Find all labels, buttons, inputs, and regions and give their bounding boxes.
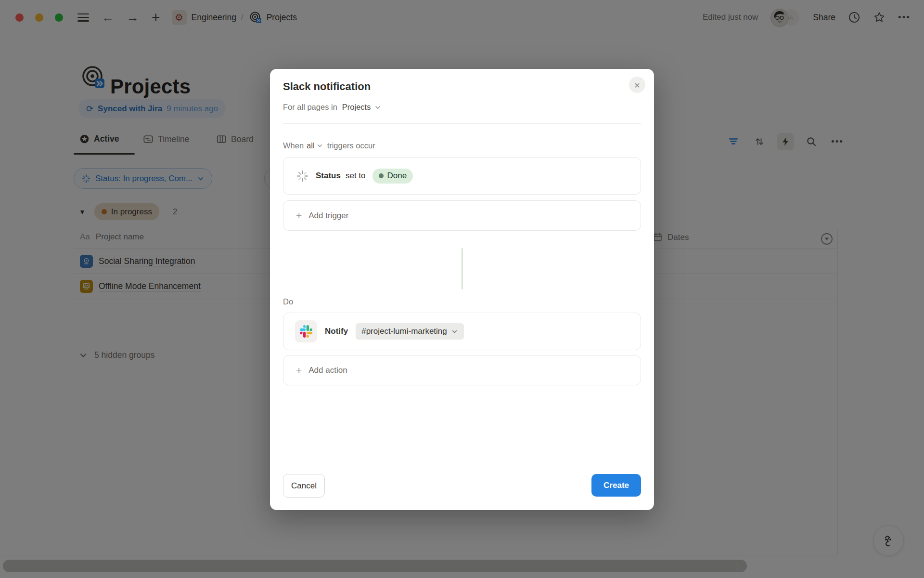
scope-prefix: For all pages in bbox=[283, 103, 337, 112]
add-trigger-label: Add trigger bbox=[308, 211, 348, 221]
cancel-button[interactable]: Cancel bbox=[283, 474, 325, 498]
action-card[interactable]: Notify #project-lumi-marketing bbox=[283, 313, 641, 350]
slack-notification-modal: Slack notification × For all pages in Pr… bbox=[270, 69, 654, 510]
status-done-pill[interactable]: Done bbox=[372, 169, 413, 184]
modal-title: Slack notification bbox=[283, 80, 371, 93]
when-suffix: triggers occur bbox=[327, 141, 375, 150]
flow-connector-line bbox=[462, 248, 463, 289]
plus-icon: + bbox=[296, 210, 302, 221]
create-button[interactable]: Create bbox=[591, 474, 641, 497]
close-icon[interactable]: × bbox=[629, 77, 645, 93]
modal-divider bbox=[283, 123, 641, 124]
trigger-property: Status bbox=[316, 171, 341, 181]
status-spinner-icon bbox=[296, 170, 309, 183]
plus-icon: + bbox=[296, 365, 302, 375]
channel-name: #project-lumi-marketing bbox=[361, 327, 447, 336]
done-dot bbox=[379, 173, 384, 178]
scope-value[interactable]: Projects bbox=[342, 103, 371, 112]
done-label: Done bbox=[387, 171, 407, 181]
chevron-down-icon bbox=[374, 104, 382, 111]
add-action-label: Add action bbox=[308, 366, 347, 375]
action-verb: Notify bbox=[325, 327, 348, 336]
do-section-label: Do bbox=[283, 297, 293, 306]
add-action-button[interactable]: + Add action bbox=[283, 355, 641, 385]
when-mode-dropdown[interactable]: all bbox=[307, 141, 315, 150]
scope-selector[interactable]: For all pages in Projects bbox=[283, 103, 382, 112]
trigger-card[interactable]: Status set to Done bbox=[283, 157, 641, 195]
add-trigger-button[interactable]: + Add trigger bbox=[283, 200, 641, 231]
slack-logo-icon bbox=[295, 320, 317, 342]
channel-select[interactable]: #project-lumi-marketing bbox=[356, 323, 464, 340]
when-prefix: When bbox=[283, 141, 304, 150]
app-window: ← → + ⚙ Engineering / Projects Edited ju… bbox=[0, 0, 924, 578]
trigger-verb: set to bbox=[346, 171, 366, 181]
chevron-down-icon bbox=[451, 328, 458, 335]
when-row: When all triggers occur bbox=[283, 141, 375, 150]
chevron-down-icon bbox=[316, 142, 323, 149]
